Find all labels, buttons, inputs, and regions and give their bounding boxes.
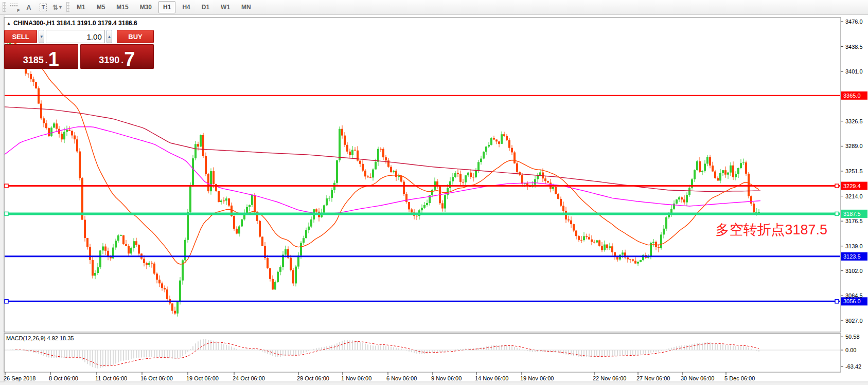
sort-arrows-icon: ⇅ <box>52 4 57 11</box>
svg-text:0.00: 0.00 <box>845 347 856 353</box>
text-label-icon: T <box>40 4 47 11</box>
svg-text:3214.0: 3214.0 <box>845 193 863 199</box>
svg-text:5 Dec 06:00: 5 Dec 06:00 <box>724 375 755 381</box>
symbol-ohlc-title: CHINA300-,H1 3184.1 3191.0 3179.4 3186.6 <box>13 20 137 27</box>
svg-text:3123.5: 3123.5 <box>843 253 861 260</box>
price-axis[interactable]: 3476.03438.53401.03326.53289.03251.53214… <box>841 19 863 370</box>
svg-text:3401.0: 3401.0 <box>845 68 863 75</box>
svg-text:19 Oct 06:00: 19 Oct 06:00 <box>186 375 219 381</box>
collapse-arrow-icon[interactable]: ▲ <box>7 21 11 26</box>
svg-text:14 Nov 06:00: 14 Nov 06:00 <box>475 375 508 381</box>
svg-text:3229.4: 3229.4 <box>843 183 861 189</box>
annotation-text: 多空转折点3187.5 <box>715 222 827 237</box>
svg-text:22 Nov 06:00: 22 Nov 06:00 <box>593 375 626 381</box>
chart-frame <box>0 15 868 385</box>
sell-price-dot: . <box>45 56 48 65</box>
chart-title-bar: ▲ CHINA300-,H1 3184.1 3191.0 3179.4 3186… <box>7 20 137 27</box>
svg-text:29 Oct 06:00: 29 Oct 06:00 <box>297 375 329 381</box>
text-tool-button[interactable]: A <box>22 1 36 13</box>
svg-text:8 Oct 06:00: 8 Oct 06:00 <box>49 375 78 381</box>
macd-indicator-layer <box>5 339 840 369</box>
text-tool-icon: A <box>26 4 31 11</box>
svg-text:27 Nov 06:00: 27 Nov 06:00 <box>636 375 670 381</box>
timeframe-button-m5[interactable]: M5 <box>92 1 110 13</box>
macd-indicator-label: MACD(12,26,9) 4.92 18.35 <box>6 335 74 341</box>
svg-text:3056.0: 3056.0 <box>843 298 861 304</box>
timeframe-button-h1[interactable]: H1 <box>158 1 175 13</box>
toolbar-separator[interactable] <box>66 2 69 12</box>
svg-text:3176.5: 3176.5 <box>845 218 863 224</box>
fibonacci-icon: F <box>10 4 19 11</box>
timeframe-button-m1[interactable]: M1 <box>72 1 90 13</box>
timeframe-button-m30[interactable]: M30 <box>135 1 156 13</box>
svg-text:24 Oct 06:00: 24 Oct 06:00 <box>233 375 265 381</box>
svg-text:3251.5: 3251.5 <box>845 168 863 174</box>
text-label-tool-button[interactable]: T <box>36 1 50 13</box>
volume-decrease-button[interactable]: ▼ <box>39 30 44 43</box>
svg-text:11 Oct 06:00: 11 Oct 06:00 <box>95 375 127 381</box>
svg-text:3027.0: 3027.0 <box>845 318 863 324</box>
chart-canvas[interactable]: 3365.03229.43187.53123.53056.0 3476.0343… <box>0 15 868 385</box>
sell-price-main: 3185 <box>23 56 44 65</box>
candles-layer <box>4 41 760 317</box>
arrange-objects-button[interactable]: ⇅ ▼ <box>50 1 65 13</box>
svg-text:3365.0: 3365.0 <box>843 93 861 99</box>
svg-text:3102.0: 3102.0 <box>845 268 863 274</box>
svg-text:-63.42: -63.42 <box>845 363 861 370</box>
svg-text:3289.0: 3289.0 <box>845 143 863 149</box>
svg-text:3064.5: 3064.5 <box>845 292 863 299</box>
chart-window: 3365.03229.43187.53123.53056.0 3476.0343… <box>0 15 868 385</box>
svg-text:30 Nov 06:00: 30 Nov 06:00 <box>681 375 714 381</box>
horizontal-lines-layer[interactable]: 3365.03229.43187.53123.53056.0 <box>5 91 867 305</box>
svg-text:3476.0: 3476.0 <box>845 19 863 25</box>
volume-increase-button[interactable]: ▲ <box>107 30 112 43</box>
one-click-trade-panel: SELL ▼ ▲ BUY 3185.1 3190.7 <box>4 30 154 69</box>
sell-button[interactable]: SELL <box>4 30 37 43</box>
fibonacci-tool-button[interactable]: F <box>7 1 22 13</box>
sell-price-pips: 1 <box>48 51 59 67</box>
sell-price-display[interactable]: 3185.1 <box>4 44 78 69</box>
buy-price-dot: . <box>121 56 123 65</box>
timeframe-button-w1[interactable]: W1 <box>216 1 235 13</box>
svg-text:19 Nov 06:00: 19 Nov 06:00 <box>520 375 554 381</box>
svg-text:16 Oct 06:00: 16 Oct 06:00 <box>140 375 173 381</box>
timeframe-button-mn[interactable]: MN <box>237 1 256 13</box>
timeframe-button-group: M1M5M15M30H1H4D1W1MN <box>72 1 256 13</box>
timeframe-button-m15[interactable]: M15 <box>112 1 133 13</box>
svg-text:50.58: 50.58 <box>845 334 860 340</box>
timeframe-button-d1[interactable]: D1 <box>197 1 214 13</box>
volume-input[interactable] <box>46 30 104 43</box>
buy-button[interactable]: BUY <box>117 30 154 43</box>
svg-text:3139.0: 3139.0 <box>845 243 863 249</box>
svg-text:3438.5: 3438.5 <box>845 44 863 50</box>
chevron-down-icon: ▼ <box>58 5 63 10</box>
svg-text:6 Nov 06:00: 6 Nov 06:00 <box>386 375 417 381</box>
svg-text:3326.5: 3326.5 <box>845 118 863 124</box>
svg-text:3187.5: 3187.5 <box>843 211 861 217</box>
buy-price-main: 3190 <box>99 56 119 65</box>
svg-text:1 Nov 06:00: 1 Nov 06:00 <box>341 375 371 381</box>
svg-text:26 Sep 2018: 26 Sep 2018 <box>4 375 36 381</box>
moving-averages-layer <box>4 51 760 264</box>
toolbar-drag-handle[interactable] <box>3 2 6 12</box>
time-axis[interactable]: 26 Sep 20188 Oct 06:0011 Oct 06:0016 Oct… <box>4 372 755 381</box>
svg-text:9 Nov 06:00: 9 Nov 06:00 <box>431 375 462 381</box>
buy-price-pips: 7 <box>124 51 135 67</box>
buy-price-display[interactable]: 3190.7 <box>80 44 154 69</box>
top-toolbar: F A T ⇅ ▼ M1M5M15M30H1H4D1W1MN <box>0 0 868 15</box>
timeframe-button-h4[interactable]: H4 <box>178 1 194 13</box>
